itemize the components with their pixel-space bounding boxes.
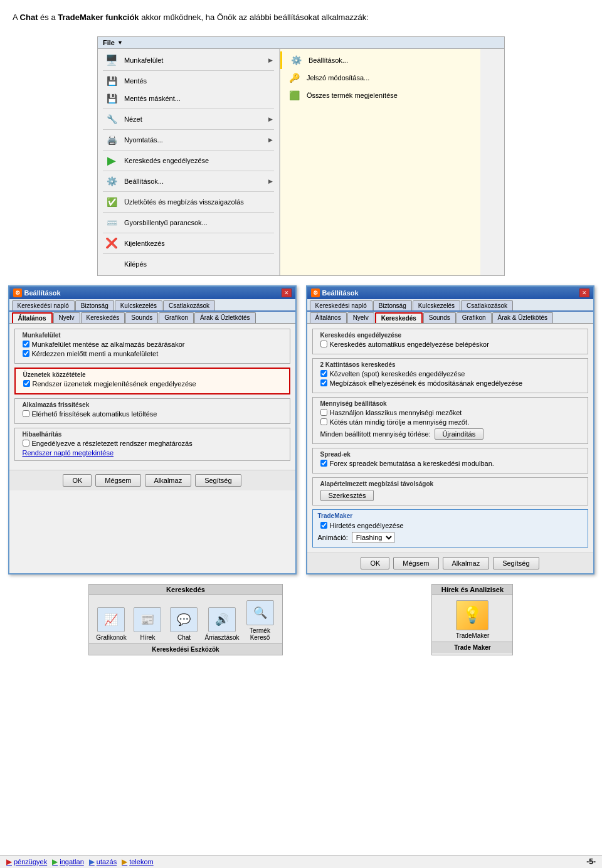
link-utazas[interactable]: ▶ utazás: [89, 857, 117, 866]
dialog-right-tabs-row1: Kereskedési napló Biztonság Kulcskezelés…: [307, 299, 593, 312]
dialog-right-alkalmaz-btn[interactable]: Alkalmaz: [443, 557, 490, 569]
tab-kulcskezeles-r[interactable]: Kulcskezelés: [413, 300, 460, 310]
checkbox-forex-spread: Forex spreadek bemutatása a kereskedési …: [320, 460, 583, 467]
tab-sounds-left[interactable]: Sounds: [125, 312, 158, 323]
submenu-osszes-label: Összes termék megjelenítése: [307, 92, 474, 99]
checkbox-frissites-auto-input[interactable]: [23, 410, 29, 417]
checkbox-reszletes-label: Engedélyezve a részletezett rendszer meg…: [32, 440, 193, 447]
tool-termek-kereso[interactable]: 🔍 TermékKereső: [245, 600, 276, 641]
checkbox-megbizasok-input[interactable]: [320, 379, 327, 386]
dialog-left-alkalmaz-btn[interactable]: Alkalmaz: [145, 474, 192, 487]
checkbox-mentes-bezaraskor-input[interactable]: [23, 341, 29, 347]
tool-chat[interactable]: 💬 Chat: [168, 607, 199, 641]
checkbox-forex-spread-input[interactable]: [320, 460, 327, 467]
dialog-right-segitseg-btn[interactable]: Segítség: [493, 557, 539, 569]
link-telekom[interactable]: ▶ telekom: [122, 857, 154, 866]
munkafelulet-arrow: ▶: [268, 57, 273, 63]
menu-item-munkafelulet[interactable]: 🖥️ Munkafelület ▶: [98, 51, 279, 69]
menu-item-kereskedés[interactable]: ▶ Kereskedés engedélyezése: [98, 152, 279, 169]
separator-6: [103, 191, 274, 192]
bold-trademaker: TradeMaker funkciók: [58, 13, 139, 22]
link-penzugyek[interactable]: ▶ pénzügyek: [6, 857, 47, 866]
fieldset-mennyiseg-legend: Mennyiség beállítások: [318, 400, 583, 407]
utazas-label: utazás: [97, 858, 117, 865]
tab-biztonsag-r[interactable]: Biztonság: [373, 300, 412, 310]
submenu-beallitasok-icon: ⚙️: [288, 54, 304, 66]
tab-kereskedési-naplo[interactable]: Kereskedési napló: [12, 300, 75, 310]
checkbox-hirdetes-input[interactable]: [320, 522, 327, 529]
submenu-osszes[interactable]: 🟩 Összes termék megjelenítése: [280, 87, 480, 104]
animacio-select[interactable]: Flashing Static None: [352, 532, 394, 543]
submenu-osszes-icon: 🟩: [287, 89, 302, 102]
file-menu-label[interactable]: File: [103, 39, 115, 46]
kilepes-label: Kilépés: [124, 260, 273, 268]
tab-nyelv-left[interactable]: Nyelv: [53, 312, 80, 323]
separator-1: [103, 70, 274, 71]
tool-hirek[interactable]: 📰 Hírek: [132, 607, 163, 641]
submenu-jelszo[interactable]: 🔑 Jelszó módosítása...: [280, 69, 480, 87]
utazas-icon: ▶: [89, 857, 95, 866]
menu-item-nyomtatas[interactable]: 🖨️ Nyomtatás... ▶: [98, 131, 279, 149]
menu-item-kijelentkezes[interactable]: ❌ Kijelentkezés: [98, 235, 279, 252]
tab-nyelv-right[interactable]: Nyelv: [347, 312, 374, 323]
checkbox-auto-eng-input[interactable]: [320, 341, 327, 347]
submenu-beallitasok-label: Beállítások...: [309, 56, 474, 64]
tab-grafikon-right[interactable]: Grafikon: [457, 312, 492, 323]
kilepes-icon: [104, 258, 119, 270]
checkbox-uzenetek-eng-input[interactable]: [23, 380, 30, 387]
animacio-row: Animáció: Flashing Static None: [318, 532, 583, 543]
dialog-left-title: Beállítások: [24, 289, 61, 297]
tab-kereskedés-right[interactable]: Kereskedés: [375, 312, 423, 323]
tools-section: Kereskedés 📈 Grafikonok 📰 Hírek 💬 Chat 🔊…: [19, 584, 583, 655]
checkbox-reszletes-input[interactable]: [23, 440, 29, 447]
tab-arak-right[interactable]: Árak & Üzletkötés: [492, 312, 553, 323]
dialog-left-ok-btn[interactable]: OK: [63, 474, 92, 487]
tool-grafikonok[interactable]: 📈 Grafikonok: [95, 607, 127, 641]
kereskedés-icon: ▶: [104, 154, 119, 167]
tab-biztonsag[interactable]: Biztonság: [75, 300, 114, 310]
tab-kulcskezeles[interactable]: Kulcskezelés: [115, 300, 162, 310]
checkbox-spot-input[interactable]: [320, 370, 327, 377]
tab-altalanos-right[interactable]: Általános: [310, 312, 347, 323]
grafikonok-label: Grafikonok: [96, 634, 126, 641]
ujrainditas-btn[interactable]: Újraindítás: [435, 428, 484, 440]
szerkesztes-btn[interactable]: Szerkesztés: [320, 490, 374, 501]
tab-kereskedési-naplo-r[interactable]: Kereskedési napló: [310, 300, 372, 310]
menu-item-gyorsbillentyu[interactable]: ⌨️ Gyorsbillentyű parancsok...: [98, 214, 279, 231]
menu-item-beallitasok[interactable]: ⚙️ Beállítások... ▶: [98, 172, 279, 190]
tab-csatlakozasok[interactable]: Csatlakozások: [163, 300, 215, 310]
dialog-right-title: Beállítások: [322, 289, 359, 297]
dialog-left-close-btn[interactable]: ✕: [282, 288, 292, 297]
tab-altalanos-left[interactable]: Általános: [12, 312, 53, 323]
link-ingatlan[interactable]: ▶ ingatlan: [52, 857, 84, 866]
menu-item-nezet[interactable]: 🔧 Nézet ▶: [98, 110, 279, 128]
separator-5: [103, 171, 274, 171]
menu-item-kilepes[interactable]: Kilépés: [98, 255, 279, 273]
submenu-beallitasok[interactable]: ⚙️ Beállítások...: [280, 51, 480, 69]
dialog-right-ok-btn[interactable]: OK: [361, 557, 389, 569]
tab-arak-left[interactable]: Árak & Üzletkötés: [194, 312, 255, 323]
separator-3: [103, 129, 274, 130]
dialog-left-megsem-btn[interactable]: Mégsem: [95, 474, 140, 487]
tab-grafikon-left[interactable]: Grafikon: [159, 312, 194, 323]
tool-arriasztasok[interactable]: 🔊 Árriasztások: [204, 607, 239, 641]
menu-item-mentes[interactable]: 💾 Mentés: [98, 72, 279, 90]
tool-panel-kereskedés-footer: Kereskedési Eszközök: [89, 643, 282, 655]
checkbox-torles-label: Kötés után mindig törölje a mennyiség me…: [330, 418, 470, 426]
dialog-right-megsem-btn[interactable]: Mégsem: [393, 557, 438, 569]
checkbox-torles-input[interactable]: [320, 418, 327, 425]
system-log-link[interactable]: Rendszer napló megtekintése: [23, 449, 114, 457]
tool-trademaker[interactable]: 💡 TradeMaker: [456, 600, 490, 639]
menu-item-uzletkotes[interactable]: ✅ Üzletkötés és megbízás visszaigazolás: [98, 193, 279, 211]
dialog-right-close-btn[interactable]: ✕: [579, 288, 589, 297]
tab-sounds-right[interactable]: Sounds: [423, 312, 456, 323]
tab-kereskedés-left[interactable]: Kereskedés: [81, 312, 125, 323]
checkbox-kerdezes-input[interactable]: [23, 350, 29, 357]
checkbox-hirdetes: Hirdetés engedélyezése: [320, 522, 583, 529]
checkbox-klasszikus-input[interactable]: [320, 409, 327, 416]
menu-item-mentesmaskent[interactable]: 💾 Mentés másként...: [98, 90, 279, 107]
dialog-left-segitseg-btn[interactable]: Segítség: [195, 474, 241, 487]
tab-csatlakozasok-r[interactable]: Csatlakozások: [461, 300, 513, 310]
checkbox-spot: Közvelten (spot) kereskedés engedélyezés…: [320, 370, 583, 378]
fieldset-frissitesek: Alkalmazás frissítések Elérhető frissíté…: [14, 398, 290, 424]
